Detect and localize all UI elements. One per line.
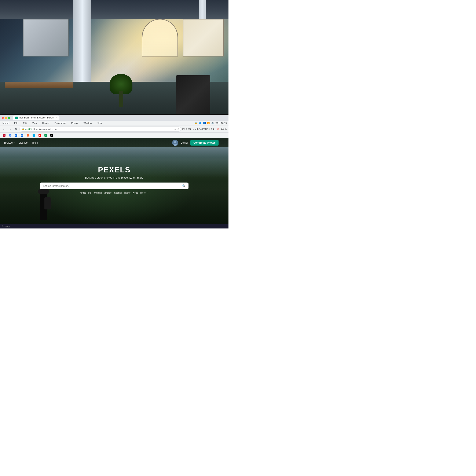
learn-more-link[interactable]: Learn more [130,176,143,179]
chair [176,75,210,119]
tools-button[interactable]: Tools [32,141,38,144]
tab-label: Free Stock Photos & Videos · Pexels [19,117,53,119]
hero-tagline: Best free stock photos in one place. Lea… [40,176,188,179]
menu-bookmarks[interactable]: Bookmarks [54,121,67,125]
address-icons: ★ ◁ [174,128,179,130]
reload-button[interactable]: ↻ [14,127,18,131]
hero-content: PEXELS Best free stock photos in one pla… [40,165,188,194]
suggestion-wood[interactable]: wood [133,191,138,194]
browse-button[interactable]: Browse ▾ [4,141,15,144]
pexels-nav: Browse ▾ License Tools [0,138,228,147]
background-photo [0,0,228,126]
tagline-text: Best free stock photos in one place. [85,176,129,179]
menu-view[interactable]: View [31,121,38,125]
chrome-menu-bar: hrome File Edit View History Bookmarks P… [0,121,228,125]
suggestion-training[interactable]: training [94,191,102,194]
tab-close-icon[interactable]: ✕ [55,117,57,119]
bookmark-youtube[interactable]: ▶ [37,134,42,137]
suggestion-more-link[interactable]: more → [140,191,149,194]
bookmark-gmail[interactable]: M [2,134,7,137]
user-name-label[interactable]: Daniel [181,141,188,144]
avatar-image [172,140,178,146]
taskbar: Searches [0,224,228,228]
nav-left: Browse ▾ License Tools [4,141,38,144]
bookmark-twitter[interactable]: T [31,134,36,137]
pexels-logo: PEXELS [40,165,188,174]
screen-container: Free Stock Photos & Videos · Pexels ✕ hr… [0,114,228,228]
forward-button[interactable]: → [8,127,12,131]
user-avatar [172,140,178,146]
bookmarks-bar: M G 20 21 T ▶ E M [0,133,228,138]
contribute-photos-button[interactable]: Contribute Photos [190,140,219,146]
menu-help[interactable]: Help [96,121,102,125]
window-right [183,19,224,56]
lock-icon: 🔒 [22,128,24,130]
secure-badge: 🔒 Secure [22,128,32,130]
search-icon: 🔍 [182,184,186,188]
pillar-left [73,0,91,82]
bookmark-sheets[interactable]: E [43,134,48,137]
suggestion-phone[interactable]: phone [124,191,131,194]
extensions-area: P ♥ ⚙ ✉ ▶ ★ M T A A P M M M ≋ ◆ ✦ ❌ [182,128,220,130]
menu-edit[interactable]: Edit [22,121,28,125]
more-label: more → [140,191,149,194]
close-button[interactable] [2,117,4,119]
search-input[interactable] [43,185,180,187]
desk-surface [5,82,73,88]
clock: Wed 16:15 [216,122,227,124]
window-arch [142,19,178,56]
search-suggestions: house blur training vintage meeting phon… [40,191,188,194]
suggestion-meeting[interactable]: meeting [114,191,122,194]
bookmark-google[interactable]: G [8,134,13,137]
maximize-button[interactable] [8,117,10,119]
bookmark-cal2[interactable]: 21 [19,134,25,137]
browse-chevron-icon: ▾ [14,142,15,144]
bookmark-cal1[interactable]: 20 [14,134,19,137]
bookmark-orange[interactable] [25,134,31,137]
nav-right: Daniel Contribute Photos ··· [172,140,224,146]
minimize-button[interactable] [5,117,7,119]
menu-file[interactable]: File [13,121,19,125]
url-text: https://www.pexels.com [33,128,57,130]
screen-inner: Free Stock Photos & Videos · Pexels ✕ hr… [0,115,228,224]
menu-people[interactable]: People [70,121,79,125]
chrome-title-bar: Free Stock Photos & Videos · Pexels ✕ [0,115,228,121]
window-left [23,19,68,56]
tab-area: Free Stock Photos & Videos · Pexels ✕ [13,116,227,120]
tab-favicon [15,117,18,119]
chrome-toolbar: ← → ↻ 🔒 Secure https://www.pexels.com ★ … [0,125,228,133]
secure-label: Secure [25,128,32,130]
license-button[interactable]: License [19,141,28,144]
menu-window[interactable]: Window [83,121,93,125]
suggestion-vintage[interactable]: vintage [104,191,112,194]
suggestion-house[interactable]: house [80,191,86,194]
zoom-level: 100 % [221,128,227,130]
pexels-website: Browse ▾ License Tools [0,138,228,224]
address-bar[interactable]: 🔒 Secure https://www.pexels.com ★ ◁ [19,126,181,132]
bookmark-medium[interactable]: M [49,134,54,137]
browser-tab[interactable]: Free Stock Photos & Videos · Pexels ✕ [13,116,59,120]
menu-history[interactable]: History [41,121,50,125]
pexels-hero-section: Browse ▾ License Tools [0,138,228,224]
more-options-button[interactable]: ··· [221,141,224,145]
taskbar-label: Searches [2,225,10,227]
browse-label: Browse [4,141,13,144]
search-bar[interactable]: 🔍 [40,183,188,189]
ceiling-beams [0,0,228,19]
menu-chrome[interactable]: hrome [2,121,10,125]
svg-point-1 [174,141,176,143]
plant [110,75,133,107]
window-controls [2,117,10,119]
suggestion-blur[interactable]: blur [88,191,92,194]
back-button[interactable]: ← [2,127,6,131]
